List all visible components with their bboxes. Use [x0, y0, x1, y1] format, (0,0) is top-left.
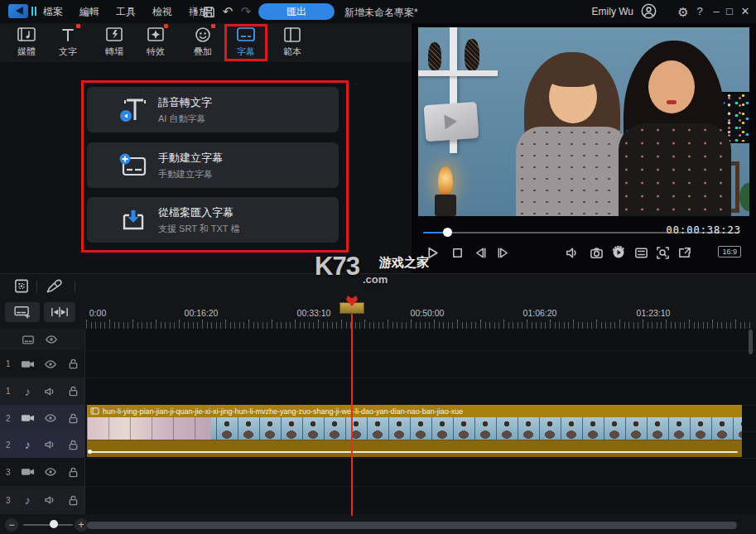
volume-envelope-line[interactable] — [89, 451, 738, 453]
add-subtitle-button[interactable] — [5, 302, 40, 322]
volume-keyframe[interactable] — [88, 450, 92, 454]
text-icon — [57, 26, 79, 44]
tab-label: 媒體 — [17, 46, 36, 58]
lane-separator — [85, 486, 756, 487]
horizontal-scrollbar[interactable] — [87, 522, 737, 529]
timeline-lanes[interactable]: hun-li-ying-pian-jian-ji-quan-jie-xi-xi-… — [85, 329, 756, 514]
vase — [465, 39, 479, 70]
tab-label: 疊加 — [194, 46, 212, 58]
track-number: 1 — [0, 387, 17, 396]
preview-panel: 00:00:38:23 16:9 — [412, 23, 756, 273]
vase — [428, 42, 441, 70]
play-button[interactable] — [423, 243, 441, 262]
speaker-icon[interactable] — [39, 495, 61, 505]
tab-label: 文字 — [59, 46, 77, 58]
eye-icon[interactable] — [39, 413, 61, 423]
lock-icon[interactable] — [62, 386, 84, 397]
lock-icon[interactable] — [62, 413, 84, 424]
title-bar: 檔案 編輯 工具 檢視 播放 ↶ ↷ 匯出 新增未命名專案* Emily Wu … — [0, 0, 756, 24]
person-right-face — [648, 60, 695, 113]
volume-icon[interactable] — [562, 243, 580, 262]
lock-icon[interactable] — [62, 495, 84, 506]
help-icon[interactable]: ? — [693, 5, 706, 17]
render-preview-icon[interactable] — [609, 243, 628, 262]
undo-icon[interactable]: ↶ — [220, 4, 235, 19]
vertical-scrollbar[interactable] — [749, 330, 753, 354]
speaker-icon[interactable] — [39, 440, 61, 450]
maximize-button[interactable]: □ — [723, 5, 736, 17]
menu-file[interactable]: 檔案 — [43, 5, 63, 19]
save-icon[interactable] — [201, 4, 216, 19]
zoom-slider-handle[interactable] — [50, 520, 58, 528]
zoom-slider-track[interactable] — [23, 524, 73, 526]
subtitle-track-icon — [17, 334, 40, 345]
step-back-button[interactable] — [471, 243, 489, 262]
lane-separator — [85, 350, 756, 351]
playlist-icon[interactable] — [632, 243, 650, 262]
eye-icon[interactable] — [39, 359, 61, 369]
tab-text[interactable]: 文字 — [48, 26, 88, 60]
pen-tool-icon[interactable] — [45, 278, 65, 296]
eye-icon[interactable] — [39, 467, 61, 477]
overlay-smiley-icon — [192, 26, 214, 44]
person-left-body — [516, 127, 630, 216]
music-note-icon: ♪ — [17, 493, 39, 507]
export-button[interactable]: 匯出 — [258, 3, 335, 20]
settings-gear-icon[interactable]: ⚙ — [677, 5, 690, 20]
track-header-video-3: 3 — [0, 458, 85, 486]
clip-audio-band — [87, 440, 742, 457]
aspect-ratio-badge[interactable]: 16:9 — [718, 246, 741, 257]
menu-bar: 檔案 編輯 工具 檢視 播放 — [43, 0, 209, 23]
lane-separator — [85, 458, 756, 459]
import-subtitle-icon — [117, 204, 150, 237]
menu-view[interactable]: 檢視 — [152, 5, 172, 19]
tab-templates[interactable]: 範本 — [272, 26, 312, 60]
zoom-out-button[interactable]: − — [5, 518, 18, 532]
minimize-button[interactable]: – — [710, 5, 723, 17]
speaker-icon[interactable] — [39, 387, 61, 397]
option-speech-to-text[interactable]: 語音轉文字 AI 自動字幕 — [87, 87, 339, 132]
lamp — [438, 166, 453, 196]
media-icon — [16, 26, 37, 44]
stop-button[interactable] — [448, 243, 466, 262]
notification-dot — [76, 24, 80, 28]
lock-icon[interactable] — [62, 358, 84, 369]
video-clip[interactable]: hun-li-ying-pian-jian-ji-quan-jie-xi-xi-… — [87, 405, 742, 457]
lock-icon[interactable] — [62, 440, 84, 450]
snapshot-camera-icon[interactable] — [587, 243, 605, 262]
notification-dot — [164, 24, 168, 28]
video-camera-icon — [17, 413, 39, 423]
feature-tab-bar: 媒體 文字 轉場 特效 疊加 — [0, 23, 412, 63]
split-clip-button[interactable] — [44, 302, 75, 322]
seek-handle[interactable] — [443, 228, 452, 237]
tab-media[interactable]: 媒體 — [7, 26, 46, 60]
shelf — [418, 70, 498, 76]
detach-window-icon[interactable] — [675, 243, 693, 262]
person-right-body — [619, 123, 731, 216]
option-import-subtitle[interactable]: 從檔案匯入字幕 支援 SRT 和 TXT 檔 — [87, 197, 339, 243]
track-number: 2 — [0, 440, 17, 450]
eye-icon[interactable] — [40, 334, 63, 344]
menu-edit[interactable]: 編輯 — [79, 5, 99, 19]
speech-to-text-icon — [117, 94, 150, 127]
tab-transition[interactable]: 轉場 — [94, 26, 134, 60]
close-button[interactable]: ✕ — [739, 5, 752, 17]
option-manual-subtitle[interactable]: 手動建立字幕 手動建立字幕 — [87, 142, 339, 188]
preview-zoom-icon[interactable] — [653, 243, 672, 262]
lock-icon[interactable] — [62, 467, 84, 478]
clip-title-bar: hun-li-ying-pian-jian-ji-quan-jie-xi-xi-… — [87, 405, 742, 417]
video-frame[interactable] — [418, 27, 749, 216]
zoom-in-button[interactable]: + — [75, 518, 88, 532]
option-subtitle: AI 自動字幕 — [158, 113, 212, 125]
option-subtitle: 手動建立字幕 — [158, 168, 223, 180]
video-camera-icon — [17, 359, 39, 369]
tab-effects[interactable]: 特效 — [136, 26, 176, 60]
tab-overlay[interactable]: 疊加 — [183, 26, 223, 60]
avatar-icon[interactable] — [641, 3, 657, 22]
track-manager-icon[interactable] — [13, 278, 30, 296]
menu-tools[interactable]: 工具 — [116, 5, 136, 19]
user-name: Emily Wu — [592, 6, 633, 17]
redo-icon[interactable]: ↷ — [238, 4, 253, 19]
step-forward-button[interactable] — [494, 243, 512, 262]
tab-subtitles[interactable]: 字幕 — [226, 26, 266, 60]
